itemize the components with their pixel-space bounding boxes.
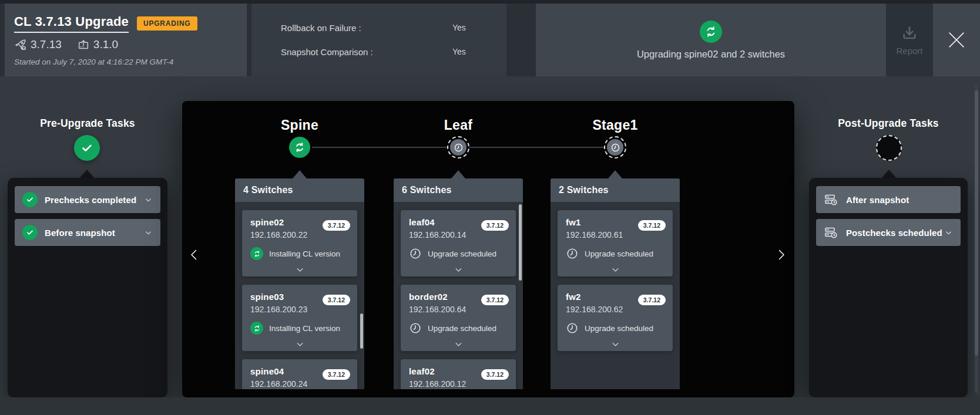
switch-card[interactable]: spine04 3.7.12 192.168.200.24 [242,359,357,389]
column-body[interactable]: leaf04 3.7.12 192.168.200.14 Upgrade sch… [394,202,523,389]
check-icon [22,225,38,240]
chevron-down-icon[interactable] [144,228,153,237]
pre-upgrade-heading: Pre-Upgrade Tasks [8,117,167,130]
switch-status-row: Upgrade scheduled [409,322,509,335]
setting-value: Yes [452,23,466,33]
version-badge: 3.7.12 [638,295,666,305]
task-label: Prechecks completed [45,195,136,205]
version-badge: 3.7.12 [323,295,350,305]
upgrade-header: CL 3.7.13 Upgrade UPGRADING 3.7.13 [0,4,980,76]
setting-row: Rollback on Failure : Yes [281,23,506,33]
switch-card[interactable]: spine02 3.7.12 192.168.200.22 Installing… [242,210,357,276]
column-notch [608,170,622,178]
switch-ip: 192.168.200.12 [409,379,509,389]
version-badge: 3.7.12 [638,220,666,231]
version-badge: 3.7.12 [481,220,509,231]
switch-ip: 192.168.200.64 [409,305,509,314]
column-switch-count: 6 Switches [394,178,523,202]
switch-status-row: Installing CL version [250,322,350,335]
clock-icon [566,322,579,335]
pre-upgrade-task-list: Prechecks completed Before snapshot [8,178,167,397]
sync-icon [250,247,263,260]
column-body[interactable]: spine02 3.7.12 192.168.200.22 Installing… [235,202,364,389]
check-icon [80,141,93,154]
chevron-down-icon[interactable] [144,195,153,204]
download-icon [900,24,919,43]
setting-label: Snapshot Comparison : [281,47,452,57]
switch-name: fw1 [566,217,581,227]
switch-status: Upgrade scheduled [585,324,653,333]
snapshot-icon [824,225,839,239]
switch-ip: 192.168.200.61 [566,230,666,239]
version-badge: 3.7.12 [481,369,509,380]
task-label: After snapshot [846,195,909,205]
chevron-right-icon [774,245,788,264]
card-expand-chevron-icon[interactable] [242,339,357,349]
switch-ip: 192.168.200.62 [566,305,666,314]
card-expand-chevron-icon[interactable] [401,339,516,349]
card-expand-chevron-icon[interactable] [558,265,673,275]
stage-node-sync-icon[interactable] [289,137,310,158]
switch-card[interactable]: fw1 3.7.12 192.168.200.61 Upgrade schedu… [558,210,673,276]
stage-column: 6 Switches leaf04 3.7.12 192.168.200.14 … [394,170,523,389]
task-item[interactable]: Prechecks completed [15,186,160,213]
started-timestamp: Started on July 7, 2020 at 4:16:22 PM GM… [14,58,247,66]
report-button[interactable]: Report [886,4,933,76]
window-scrollbar-thumb[interactable] [975,90,978,356]
switch-status: Upgrade scheduled [428,249,496,258]
close-icon [945,29,968,51]
post-upgrade-heading: Post-Upgrade Tasks [809,117,968,130]
switch-name: spine04 [250,366,284,376]
switch-card[interactable]: fw2 3.7.12 192.168.200.62 Upgrade schedu… [558,285,673,351]
pre-upgrade-status-circle [74,135,100,161]
task-item[interactable]: After snapshot [816,186,961,213]
card-expand-chevron-icon[interactable] [401,265,516,275]
switch-status-row: Upgrade scheduled [566,322,666,335]
column-scrollbar[interactable] [360,313,363,349]
switch-card[interactable]: border02 3.7.12 192.168.200.64 Upgrade s… [401,285,516,351]
post-upgrade-status-circle [876,135,902,161]
stage-label: Stage1 [551,117,680,133]
switch-ip: 192.168.200.23 [250,305,350,314]
task-item[interactable]: Before snapshot [15,219,160,246]
chevron-down-icon[interactable] [944,228,953,237]
stage-node-scheduled[interactable] [447,136,469,158]
column-body[interactable]: fw1 3.7.12 192.168.200.61 Upgrade schedu… [551,202,680,389]
setting-label: Rollback on Failure : [281,23,452,33]
upgrade-content: Pre-Upgrade Tasks Prechecks completed Be… [0,76,980,397]
stage-column: 4 Switches spine02 3.7.12 192.168.200.22… [235,170,364,389]
sync-progress-icon [700,21,722,43]
card-expand-chevron-icon[interactable] [242,265,357,275]
card-expand-chevron-icon[interactable] [558,339,673,349]
cl-version: 3.7.13 [31,38,62,51]
task-label: Postchecks scheduled [846,228,942,238]
switch-ip: 192.168.200.14 [409,230,509,239]
switch-card[interactable]: spine03 3.7.12 192.168.200.23 Installing… [242,285,357,351]
close-button[interactable] [933,4,980,76]
carousel-right-arrow[interactable] [774,245,788,266]
task-item[interactable]: Postchecks scheduled [816,219,961,246]
page-title: CL 3.7.13 Upgrade [14,14,129,33]
column-notch [451,170,465,178]
column-switch-count: 4 Switches [235,178,364,202]
switch-card[interactable]: leaf04 3.7.12 192.168.200.14 Upgrade sch… [401,210,516,276]
switch-name: leaf04 [409,217,435,227]
header-summary-panel: CL 3.7.13 Upgrade UPGRADING 3.7.13 [5,4,247,76]
column-scrollbar[interactable] [519,204,522,281]
clock-icon [566,247,579,260]
setting-value: Yes [452,47,466,57]
column-notch [293,170,307,178]
switch-card[interactable]: leaf02 3.7.12 192.168.200.12 [401,359,516,389]
window-scrollbar[interactable] [975,83,978,393]
stage-node-scheduled[interactable] [604,136,626,158]
clock-icon [450,139,466,156]
setting-row: Snapshot Comparison : Yes [281,47,506,57]
rocket-upgrade-icon [14,38,27,51]
version-badge: 3.7.12 [481,295,509,305]
carousel-left-arrow[interactable] [187,245,201,266]
switch-status: Installing CL version [269,324,340,333]
version-badge: 3.7.12 [323,369,350,380]
column-switch-count: 2 Switches [551,178,680,202]
header-settings-panel: Rollback on Failure : Yes Snapshot Compa… [251,4,506,76]
report-label: Report [896,46,922,56]
